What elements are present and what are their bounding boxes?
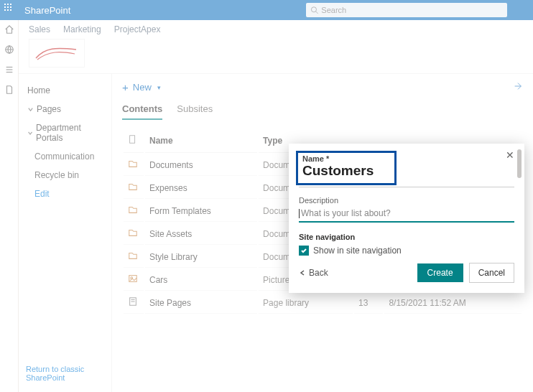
create-list-dialog: ✕ Name * Customers Description What is y… [289,144,524,293]
create-button[interactable]: Create [417,263,463,282]
site-navigation-label: Site navigation [299,233,514,241]
close-button[interactable]: ✕ [506,149,514,161]
back-label: Back [309,268,328,278]
name-label: Name * [302,154,390,163]
show-in-nav-checkbox[interactable]: Show in site navigation [299,246,514,256]
name-field-highlight: Name * Customers [296,151,397,185]
name-value[interactable]: Customers [302,163,390,179]
checkbox-checked-icon [299,246,309,256]
description-placeholder: What is your list about? [301,208,391,218]
chevron-left-icon [299,269,306,276]
show-in-nav-label: Show in site navigation [313,246,402,256]
dialog-scrollbar[interactable] [517,149,522,287]
cancel-button[interactable]: Cancel [469,263,514,283]
back-button[interactable]: Back [299,268,328,278]
description-input[interactable]: What is your list about? [299,207,514,223]
description-label: Description [299,196,514,205]
